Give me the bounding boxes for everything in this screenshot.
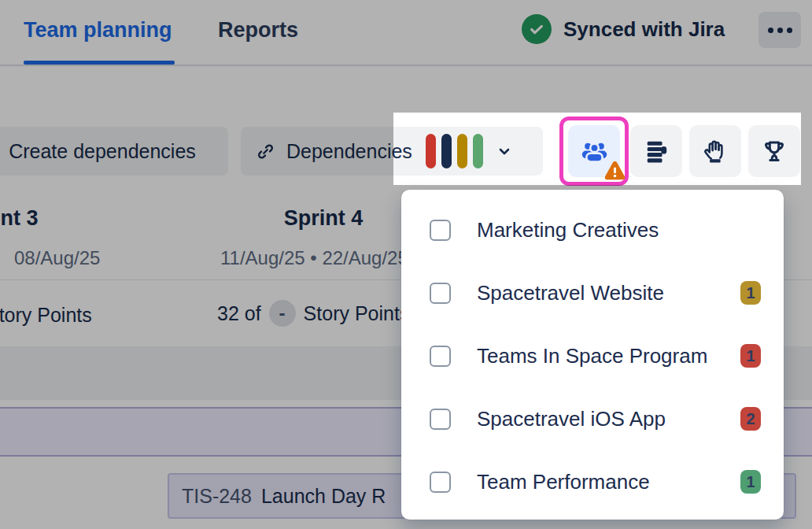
dependencies-button[interactable]: Dependencies bbox=[241, 127, 543, 176]
trophy-icon bbox=[760, 137, 788, 165]
dependency-bar-gold bbox=[457, 134, 467, 168]
count-badge: 1 bbox=[740, 470, 761, 494]
more-horizontal-icon bbox=[768, 28, 773, 33]
tab-reports[interactable]: Reports bbox=[218, 18, 298, 43]
checkbox[interactable] bbox=[430, 283, 451, 304]
sprint-4-header: Sprint 4 bbox=[236, 206, 411, 231]
dropdown-item-label: Spacetravel Website bbox=[477, 281, 740, 305]
warning-triangle-icon bbox=[602, 158, 628, 184]
count-badge: 2 bbox=[740, 407, 761, 431]
dependency-color-bars bbox=[426, 134, 483, 168]
goals-button[interactable] bbox=[748, 125, 800, 177]
sprint-3-header: Sprint 3 bbox=[0, 206, 39, 231]
teams-filter-dropdown: Marketing Creatives Spacetravel Website … bbox=[401, 190, 784, 520]
dropdown-item-label: Team Performance bbox=[477, 470, 740, 494]
sprint-4-story-points: 32 of - Story Points bbox=[217, 300, 409, 327]
dropdown-item[interactable]: Team Performance 1 bbox=[401, 450, 784, 513]
checkbox[interactable] bbox=[430, 472, 451, 493]
dependency-bar-green bbox=[473, 134, 483, 168]
sprint-3-dates: 08/Aug/25 bbox=[14, 247, 100, 269]
hand-icon bbox=[701, 137, 729, 165]
dependency-bar-red bbox=[426, 134, 436, 168]
active-tab-underline bbox=[24, 61, 175, 65]
dropdown-item-label: Marketing Creatives bbox=[477, 218, 761, 242]
team-planning-page: Team planning Reports Synced with Jira C… bbox=[0, 0, 812, 529]
dropdown-item-label: Spacetravel iOS App bbox=[477, 407, 740, 431]
count-badge: 1 bbox=[740, 281, 761, 305]
create-dependencies-button[interactable]: Create dependencies bbox=[0, 127, 228, 176]
pan-mode-button[interactable] bbox=[689, 125, 741, 177]
story-points-total-badge: - bbox=[269, 300, 296, 327]
checkbox[interactable] bbox=[430, 346, 451, 367]
issue-title: Launch Day R bbox=[261, 485, 386, 508]
swimlane-rows-icon bbox=[642, 137, 670, 165]
dropdown-item[interactable]: Spacetravel Website 1 bbox=[401, 261, 784, 324]
checkbox[interactable] bbox=[430, 409, 451, 430]
dropdown-item-label: Teams In Space Program bbox=[477, 344, 740, 368]
story-points-suffix: Story Points bbox=[304, 302, 410, 325]
check-circle-icon bbox=[522, 14, 552, 44]
app-header: Team planning Reports Synced with Jira bbox=[0, 0, 812, 66]
checkbox[interactable] bbox=[430, 220, 451, 241]
swimlanes-button[interactable] bbox=[630, 125, 682, 177]
dependency-bar-navy bbox=[441, 134, 452, 168]
dropdown-item[interactable]: Spacetravel iOS App 2 bbox=[401, 387, 784, 450]
sprint-4-dates: 11/Aug/25 • 22/Aug/25 bbox=[220, 247, 408, 269]
issue-key: TIS-248 bbox=[182, 485, 252, 508]
sync-status-label: Synced with Jira bbox=[563, 17, 725, 42]
count-badge: 1 bbox=[740, 344, 761, 368]
sync-status: Synced with Jira bbox=[522, 14, 725, 44]
tab-team-planning[interactable]: Team planning bbox=[24, 18, 172, 43]
more-button[interactable] bbox=[758, 12, 801, 48]
teams-filter-button[interactable] bbox=[568, 125, 620, 177]
chevron-down-icon bbox=[495, 142, 514, 161]
link-icon bbox=[255, 141, 276, 162]
sprint-3-story-points-label: Story Points bbox=[0, 304, 92, 327]
dropdown-item[interactable]: Teams In Space Program 1 bbox=[401, 324, 784, 387]
dropdown-item[interactable]: Marketing Creatives bbox=[401, 198, 784, 261]
story-points-completed: 32 of bbox=[217, 302, 261, 325]
dependencies-label: Dependencies bbox=[286, 140, 412, 163]
